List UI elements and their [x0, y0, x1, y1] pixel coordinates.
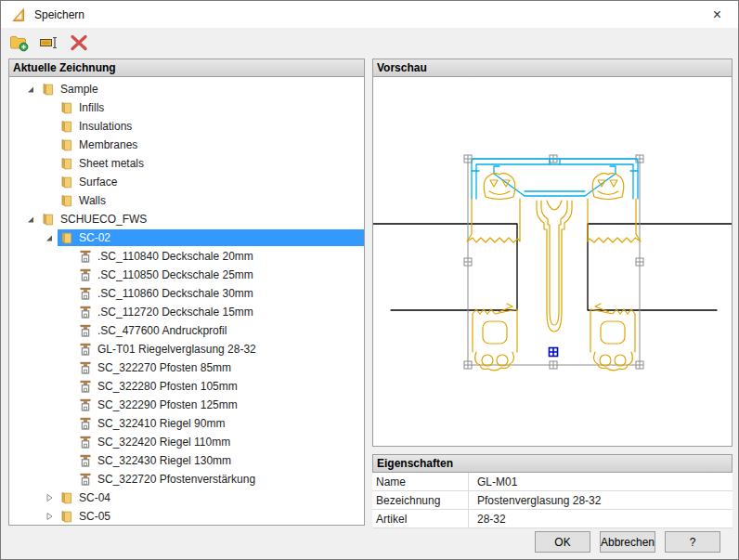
add-folder-icon [9, 33, 30, 52]
tree-item[interactable]: Membranes [9, 136, 364, 154]
gasket-profiles [467, 174, 641, 371]
profile-item-icon [78, 286, 93, 301]
current-drawing-panel: Aktuelle Zeichnung SampleInfillsInsulati… [8, 59, 365, 526]
tree-item-label: GL-T01 Riegelverglasung 28-32 [97, 343, 256, 356]
folder-icon [59, 137, 74, 152]
arrow-spacer [59, 360, 76, 375]
delete-button[interactable] [67, 32, 91, 54]
arrow-spacer [41, 156, 58, 171]
tree-item-label: SC_322420 Riegel 110mm [97, 436, 230, 449]
tree-item[interactable]: SC_322420 Riegel 110mm [9, 433, 364, 451]
profile-item-icon [78, 453, 93, 468]
preview-panel-header: Vorschau [372, 59, 733, 77]
tree-item[interactable]: .SC_110850 Deckschale 25mm [9, 266, 364, 284]
tree-item-label: Insulations [79, 120, 132, 133]
tree-item-label: .SC_112720 Deckschale 15mm [97, 306, 253, 319]
tree-item[interactable]: SC_322280 Pfosten 105mm [9, 377, 364, 396]
drawing-tree[interactable]: SampleInfillsInsulationsMembranesSheet m… [9, 78, 364, 525]
ok-button[interactable]: OK [535, 531, 590, 553]
cancel-button[interactable]: Abbrechen [600, 531, 655, 553]
profile-item-icon [78, 323, 93, 338]
property-row: BezeichnungPfostenverglasung 28-32 [372, 491, 733, 510]
tree-item-label: .SC_110860 Deckschale 30mm [97, 287, 253, 300]
rename-button[interactable] [37, 32, 61, 54]
property-label: Name [372, 473, 469, 490]
arrow-spacer [41, 100, 58, 115]
folder-icon [59, 490, 74, 505]
folder-icon [59, 509, 74, 524]
profile-item-icon [78, 472, 93, 487]
folder-icon [59, 119, 74, 134]
arrow-spacer [59, 435, 76, 449]
arrow-spacer [59, 323, 76, 338]
tree-item-label: SC_322430 Riegel 130mm [97, 454, 231, 467]
arrow-spacer [41, 193, 58, 208]
properties-panel-header: Eigenschaften [372, 454, 733, 473]
property-value: Pfostenverglasung 28-32 [469, 494, 733, 507]
collapsed-arrow-icon[interactable] [41, 509, 58, 524]
folder-icon [59, 156, 74, 171]
preview-panel: Vorschau [372, 59, 733, 447]
tree-panel-header: Aktuelle Zeichnung [8, 59, 365, 77]
tree-item[interactable]: Insulations [9, 117, 364, 136]
folder-icon [59, 230, 74, 245]
selection-box [464, 155, 643, 369]
close-button[interactable]: × [696, 1, 738, 28]
property-row: NameGL-M01 [372, 473, 733, 491]
tree-item[interactable]: SC-05 [9, 507, 364, 525]
expanded-arrow-icon[interactable] [22, 212, 39, 227]
tree-item[interactable]: Sheet metals [9, 154, 364, 173]
tree-item[interactable]: Walls [9, 191, 364, 210]
arrow-spacer [41, 119, 58, 134]
folder-icon [59, 100, 74, 115]
tree-item[interactable]: Surface [9, 173, 364, 191]
cover-cap-profile [472, 159, 638, 199]
tree-item[interactable]: Sample [9, 80, 364, 98]
tree-item[interactable]: .SC_112720 Deckschale 15mm [9, 303, 364, 321]
tree-item[interactable]: .SC_477600 Andruckprofil [9, 321, 364, 340]
profile-preview-drawing [373, 78, 732, 446]
window-title: Speichern [34, 8, 84, 21]
tree-item-label: Surface [79, 176, 117, 189]
arrow-spacer [41, 137, 58, 152]
tree-item-label: SC-02 [79, 231, 110, 244]
tree-item-label: SCHUECO_FWS [60, 213, 147, 226]
arrow-spacer [59, 249, 76, 264]
tree-item[interactable]: SC_322270 Pfosten 85mm [9, 358, 364, 377]
tree-item[interactable]: SC_322410 Riegel 90mm [9, 414, 364, 433]
tree-item[interactable]: .SC_110840 Deckschale 20mm [9, 247, 364, 266]
tree-item[interactable]: SC_322430 Riegel 130mm [9, 451, 364, 470]
property-value: GL-M01 [469, 475, 733, 488]
tree-item-label: SC_322280 Pfosten 105mm [97, 380, 238, 393]
property-label: Bezeichnung [372, 491, 469, 509]
toolbar [1, 28, 738, 57]
arrow-spacer [59, 472, 76, 487]
delete-icon [69, 33, 89, 52]
tree-item[interactable]: SCHUECO_FWS [9, 210, 364, 228]
tree-item-label: .SC_110840 Deckschale 20mm [97, 250, 253, 263]
tree-item-label: SC_322410 Riegel 90mm [97, 417, 225, 430]
tree-item-label: Sample [60, 83, 98, 96]
profile-item-icon [78, 249, 93, 264]
tree-item[interactable]: SC-04 [9, 488, 364, 507]
tree-item-label: .SC_477600 Andruckprofil [97, 324, 227, 337]
properties-table: NameGL-M01BezeichnungPfostenverglasung 2… [372, 473, 733, 528]
tree-item[interactable]: .SC_110860 Deckschale 30mm [9, 284, 364, 303]
arrow-spacer [59, 305, 76, 319]
title-bar: Speichern × [1, 1, 738, 28]
arrow-spacer [41, 175, 58, 189]
profile-item-icon [78, 435, 93, 449]
tree-item[interactable]: SC_322290 Pfosten 125mm [9, 396, 364, 414]
help-button[interactable]: ? [665, 531, 720, 553]
tree-item[interactable]: SC-02 [9, 228, 364, 247]
tree-item[interactable]: GL-T01 Riegelverglasung 28-32 [9, 340, 364, 358]
profile-item-icon [78, 342, 93, 357]
add-folder-button[interactable] [7, 32, 32, 54]
expanded-arrow-icon[interactable] [41, 230, 58, 245]
tree-item[interactable]: SC_322720 Pfostenverstärkung [9, 470, 364, 488]
expanded-arrow-icon[interactable] [22, 82, 39, 97]
properties-panel: Eigenschaften NameGL-M01BezeichnungPfost… [372, 454, 733, 528]
collapsed-arrow-icon[interactable] [41, 490, 58, 505]
tree-item[interactable]: Infills [9, 98, 364, 117]
arrow-spacer [59, 379, 76, 394]
